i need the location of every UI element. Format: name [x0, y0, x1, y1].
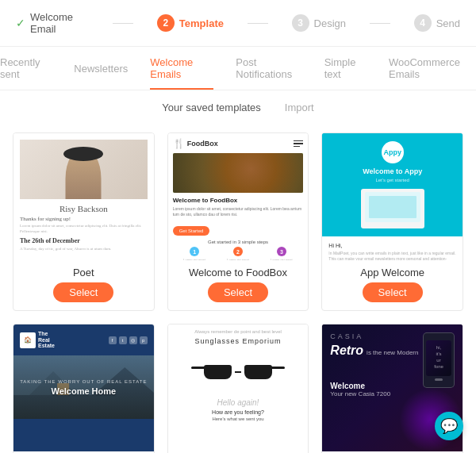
template-label-app-welcome: App Welcome	[360, 260, 424, 282]
sunglasses-body: Here's what we sent you	[173, 417, 304, 421]
appwelcome-title: Welcome to Appy	[330, 167, 455, 175]
step-divider	[113, 23, 133, 24]
step-label: Template	[179, 17, 224, 29]
category-tabs: Recently sent Newsletters Welcome Emails…	[0, 47, 476, 90]
select-button-app-welcome[interactable]: Select	[363, 282, 423, 302]
poet-thanks: Thanks for signing up!	[20, 216, 148, 222]
chat-icon: 💬	[440, 417, 458, 435]
select-button-poet[interactable]: Select	[53, 282, 113, 302]
foodbox-title: Welcome to FoodBox	[173, 197, 304, 204]
step-num: 3	[292, 14, 309, 32]
poet-date: The 26th of December	[20, 237, 148, 244]
casia-brand: CASIA	[330, 332, 455, 340]
chat-bubble[interactable]: 💬	[435, 412, 463, 440]
step-divider	[248, 23, 268, 24]
house-icon: 🏠	[24, 336, 32, 344]
step-welcome-email[interactable]: ✓ Welcome Email	[16, 11, 89, 35]
appwelcome-subtitle: Let's get started	[330, 178, 455, 182]
template-label-poet: Poet	[73, 260, 94, 282]
template-card-foodbox: 🍴 FoodBox Welcome to FoodBox Lorem ipsum…	[167, 132, 309, 311]
template-card-welcome-home: 🏠 TheRealEstate f t ◎ p TAKING THE WORRY…	[13, 324, 155, 453]
template-grid: Risy Backson Thanks for signing up! Lore…	[0, 125, 476, 453]
pinterest-icon: p	[140, 336, 148, 344]
stepper: ✓ Welcome Email 2 Template 3 Design 4 Se…	[0, 0, 476, 47]
sub-tabs: Your saved templates Import	[0, 90, 476, 125]
tab-simple-text[interactable]: Simple text	[324, 56, 367, 90]
step-num: 2	[157, 14, 175, 32]
template-preview-foodbox: 🍴 FoodBox Welcome to FoodBox Lorem ipsum…	[168, 133, 309, 260]
template-preview-app-welcome: Appy Welcome to Appy Let's get started H…	[322, 133, 463, 260]
step-label: Design	[314, 17, 346, 29]
step-num: 4	[414, 14, 432, 32]
sub-tab-saved-templates[interactable]: Your saved templates	[162, 102, 261, 113]
foodbox-steps-label: Get started in 3 simple steps	[173, 240, 304, 244]
tab-welcome-emails[interactable]: Welcome Emails	[150, 56, 213, 90]
instagram-icon: ◎	[129, 336, 137, 344]
sunglasses-question: How are you feeling?	[173, 409, 304, 415]
hamburger-icon	[294, 140, 303, 148]
facebook-icon: f	[109, 336, 117, 344]
template-card-app-welcome: Appy Welcome to Appy Let's get started H…	[321, 132, 463, 311]
template-card-sunglasses: Always remember de point and best level …	[167, 324, 309, 453]
tab-woocommerce-emails[interactable]: WooCommerce Emails	[389, 56, 476, 90]
template-preview-welcome-home: 🏠 TheRealEstate f t ◎ p TAKING THE WORRY…	[13, 324, 154, 451]
select-button-foodbox[interactable]: Select	[208, 282, 268, 302]
tab-recently-sent[interactable]: Recently sent	[0, 56, 52, 90]
casia-model: Your new Casia 7200	[330, 390, 455, 397]
twitter-icon: t	[119, 336, 127, 344]
welcomehome-tagline: TAKING THE WORRY OUT OF REAL ESTATE	[20, 379, 147, 384]
foodbox-cta: Get Started	[173, 226, 210, 236]
step-label: Welcome Email	[30, 11, 89, 35]
casia-retro: Retro	[330, 344, 363, 358]
tab-post-notifications[interactable]: Post Notifications	[236, 56, 301, 90]
sunglasses-hello: Hello again!	[173, 398, 304, 407]
sub-tab-import[interactable]: Import	[285, 102, 314, 113]
template-preview-poet: Risy Backson Thanks for signing up! Lore…	[13, 133, 154, 260]
sunglasses-brand: Sunglasses Emporium	[173, 337, 304, 345]
poet-signature: Risy Backson	[20, 204, 148, 213]
step-label: Send	[436, 17, 460, 29]
casia-welcome: Welcome	[330, 382, 455, 390]
appy-logo: Appy	[382, 141, 404, 163]
template-card-poet: Risy Backson Thanks for signing up! Lore…	[13, 132, 155, 311]
step-divider	[370, 23, 390, 24]
step-send[interactable]: 4 Send	[414, 14, 460, 32]
welcomehome-title: Welcome Home	[51, 386, 116, 396]
template-label-foodbox: Welcome to FoodBox	[189, 260, 287, 282]
fork-icon: 🍴	[173, 138, 185, 149]
appwelcome-hi: Hi Hi,	[328, 243, 456, 248]
template-preview-sunglasses: Always remember de point and best level …	[168, 324, 309, 451]
tab-newsletters[interactable]: Newsletters	[74, 63, 128, 84]
check-icon: ✓	[16, 17, 25, 29]
foodbox-logo-text: FoodBox	[187, 140, 218, 148]
step-template[interactable]: 2 Template	[157, 14, 224, 32]
step-design[interactable]: 3 Design	[292, 14, 346, 32]
